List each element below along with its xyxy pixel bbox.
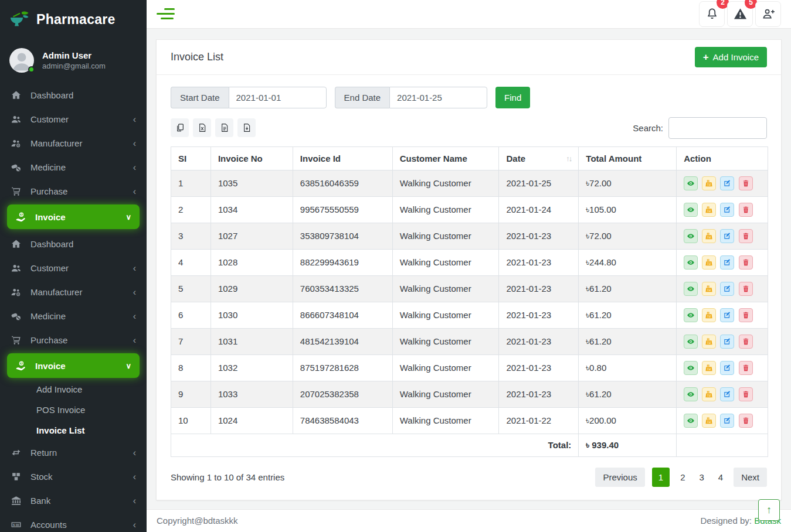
sidebar-item-stock[interactable]: Stock ‹ <box>0 465 147 489</box>
column-header-invoice-id[interactable]: Invoice Id <box>293 146 392 170</box>
start-date-input[interactable] <box>229 87 327 108</box>
delete-invoice-button[interactable] <box>739 414 753 428</box>
view-invoice-button[interactable] <box>684 282 698 296</box>
edit-invoice-button[interactable] <box>720 308 734 322</box>
next-page-button[interactable]: Next <box>734 468 767 487</box>
view-invoice-button[interactable] <box>684 203 698 217</box>
view-invoice-button[interactable] <box>684 387 698 401</box>
view-invoice-button[interactable] <box>684 308 698 322</box>
sidebar-toggle-button[interactable] <box>157 8 176 19</box>
cell-si: 8 <box>171 354 211 381</box>
sidebar-item-customer[interactable]: Customer ‹ <box>0 107 147 131</box>
pos-invoice-button[interactable] <box>702 414 716 428</box>
cash-register-icon <box>705 337 713 346</box>
pos-invoice-button[interactable] <box>702 282 716 296</box>
view-invoice-button[interactable] <box>684 361 698 375</box>
cell-invoice-id: 481542139104 <box>293 328 392 354</box>
scroll-to-top-button[interactable]: ↑ <box>758 499 780 521</box>
sidebar-item-bank[interactable]: Bank ‹ <box>0 489 147 513</box>
sidebar-item-return[interactable]: Return ‹ <box>0 441 147 465</box>
edit-invoice-button[interactable] <box>720 414 734 428</box>
add-user-button[interactable] <box>755 1 781 27</box>
brand[interactable]: Pharmacare <box>0 0 147 39</box>
edit-invoice-button[interactable] <box>720 387 734 401</box>
edit-invoice-button[interactable] <box>720 335 734 349</box>
alerts-button[interactable]: 5 <box>727 1 753 27</box>
add-invoice-button[interactable]: + Add Invoice <box>695 47 767 67</box>
delete-invoice-button[interactable] <box>739 308 753 322</box>
edit-invoice-button[interactable] <box>720 361 734 375</box>
sidebar-subitem-invoice-list-active[interactable]: Invoice List <box>0 420 147 441</box>
search-input[interactable] <box>668 117 767 139</box>
previous-page-button[interactable]: Previous <box>595 468 644 487</box>
delete-invoice-button[interactable] <box>739 255 753 270</box>
column-header-total-amount[interactable]: Total Amount <box>579 146 677 170</box>
delete-invoice-button[interactable] <box>739 282 753 296</box>
column-header-invoice-no[interactable]: Invoice No <box>211 146 293 170</box>
sort-icon[interactable]: ↑↓ <box>566 154 571 163</box>
cell-si: 5 <box>171 275 211 302</box>
excel-export-button[interactable] <box>193 118 211 137</box>
eye-icon <box>687 232 695 240</box>
view-invoice-button[interactable] <box>684 229 698 243</box>
sidebar-item-customer[interactable]: Customer ‹ <box>0 256 147 280</box>
view-invoice-button[interactable] <box>684 414 698 428</box>
copy-export-button[interactable] <box>171 118 189 137</box>
view-invoice-button[interactable] <box>684 255 698 270</box>
designed-by-text: Designed by: <box>700 516 752 526</box>
page-button-4[interactable]: 4 <box>715 468 727 487</box>
chevron-down-icon: ∨ <box>125 362 131 370</box>
sidebar-item-medicine[interactable]: Medicine ‹ <box>0 304 147 328</box>
sidebar-item-dashboard[interactable]: Dashboard <box>0 83 147 107</box>
sidebar-subitem-pos-invoice[interactable]: POS Invoice <box>0 400 147 420</box>
csv-export-button[interactable] <box>215 118 233 137</box>
sidebar-item-manufacturer[interactable]: Manufacturer ‹ <box>0 131 147 155</box>
pdf-export-icon <box>242 123 252 132</box>
sidebar-item-invoice-active[interactable]: Invoice ∨ <box>7 204 140 229</box>
sidebar-item-accounts[interactable]: Accounts ‹ <box>0 513 147 532</box>
column-header-si[interactable]: SI <box>171 146 211 170</box>
column-header-date[interactable]: Date ↑↓ <box>499 146 579 170</box>
edit-invoice-button[interactable] <box>720 229 734 243</box>
pos-invoice-button[interactable] <box>702 387 716 401</box>
pos-invoice-button[interactable] <box>702 255 716 270</box>
delete-invoice-button[interactable] <box>739 229 753 243</box>
page-button-3[interactable]: 3 <box>695 468 707 487</box>
page-button-2[interactable]: 2 <box>677 468 688 487</box>
delete-invoice-button[interactable] <box>739 176 753 190</box>
sidebar-item-purchase[interactable]: Purchase ‹ <box>0 179 147 203</box>
pdf-export-button[interactable] <box>237 118 256 137</box>
sidebar-item-medicine[interactable]: Medicine ‹ <box>0 155 147 179</box>
end-date-input[interactable] <box>389 87 487 108</box>
pos-invoice-button[interactable] <box>702 361 716 375</box>
table-row: 4 1028 882299943619 Walking Customer 202… <box>171 249 768 275</box>
edit-invoice-button[interactable] <box>720 176 734 190</box>
edit-invoice-button[interactable] <box>720 255 734 270</box>
cell-customer-name: Walking Customer <box>392 223 499 249</box>
pos-invoice-button[interactable] <box>702 335 716 349</box>
delete-invoice-button[interactable] <box>739 361 753 375</box>
view-invoice-button[interactable] <box>684 176 698 190</box>
sidebar-item-invoice-active[interactable]: Invoice ∨ <box>7 353 140 378</box>
sidebar-item-purchase[interactable]: Purchase ‹ <box>0 328 147 352</box>
sidebar-item-dashboard[interactable]: Dashboard <box>0 232 147 256</box>
column-header-customer-name[interactable]: Customer Name <box>392 146 499 170</box>
pos-invoice-button[interactable] <box>702 176 716 190</box>
edit-invoice-button[interactable] <box>720 203 734 217</box>
notifications-button[interactable]: 2 <box>699 1 725 27</box>
delete-invoice-button[interactable] <box>739 203 753 217</box>
pos-invoice-button[interactable] <box>702 229 716 243</box>
sidebar-item-manufacturer[interactable]: Manufacturer ‹ <box>0 280 147 304</box>
edit-invoice-button[interactable] <box>720 282 734 296</box>
pos-invoice-button[interactable] <box>702 308 716 322</box>
delete-invoice-button[interactable] <box>739 387 753 401</box>
user-profile[interactable]: Admin User admin@gmail.com <box>0 39 147 81</box>
find-button[interactable]: Find <box>495 87 530 108</box>
view-invoice-button[interactable] <box>684 335 698 349</box>
sidebar-subitem-add-invoice[interactable]: Add Invoice <box>0 379 147 400</box>
delete-invoice-button[interactable] <box>739 335 753 349</box>
page-button-1[interactable]: 1 <box>652 468 670 487</box>
eye-icon <box>687 311 695 319</box>
pos-invoice-button[interactable] <box>702 203 716 217</box>
cell-total-amount: ৳72.00 <box>579 223 677 249</box>
